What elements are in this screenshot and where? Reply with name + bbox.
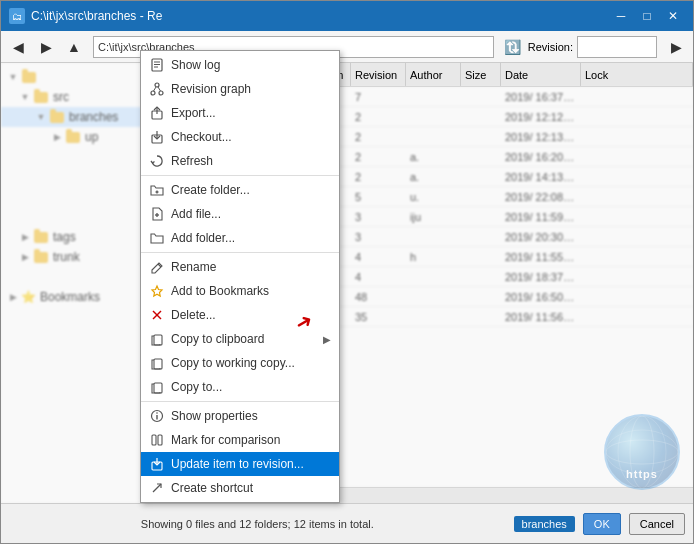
back-button[interactable]: ◀ bbox=[5, 35, 31, 59]
col-date[interactable]: Date bbox=[501, 63, 581, 86]
add-file-label: Add file... bbox=[171, 207, 331, 221]
svg-rect-21 bbox=[154, 335, 162, 345]
tree-label-src: src bbox=[53, 90, 69, 104]
revision-input[interactable] bbox=[577, 36, 657, 58]
mark-comparison-label: Mark for comparison bbox=[171, 433, 331, 447]
tree-label-tags: tags bbox=[53, 230, 76, 244]
rename-label: Rename bbox=[171, 260, 331, 274]
show-properties-icon bbox=[149, 408, 165, 424]
add-bookmarks-icon bbox=[149, 283, 165, 299]
main-content: ▼ ▼ src ▼ branches ▶ up ▶ bbox=[1, 63, 693, 503]
menu-item-update-revision[interactable]: Update item to revision... bbox=[141, 452, 339, 476]
up-expander[interactable]: ▶ bbox=[49, 129, 65, 145]
menu-item-checkout[interactable]: Checkout... bbox=[141, 125, 339, 149]
delete-icon bbox=[149, 307, 165, 323]
src-expander[interactable]: ▼ bbox=[17, 89, 33, 105]
menu-item-export[interactable]: Export... bbox=[141, 101, 339, 125]
export-icon bbox=[149, 105, 165, 121]
svg-point-5 bbox=[151, 91, 155, 95]
col-size[interactable]: Size bbox=[461, 63, 501, 86]
app-icon: 🗂 bbox=[9, 8, 25, 24]
bookmarks-icon: ⭐ bbox=[21, 290, 36, 304]
menu-item-copy-clipboard[interactable]: Copy to clipboard ▶ bbox=[141, 327, 339, 351]
menu-item-add-folder[interactable]: Add folder... bbox=[141, 226, 339, 250]
src-folder-icon bbox=[33, 90, 49, 104]
menu-item-add-file[interactable]: Add file... bbox=[141, 202, 339, 226]
refresh-button[interactable]: 🔃 bbox=[500, 35, 526, 59]
show-log-icon bbox=[149, 57, 165, 73]
up-folder-icon bbox=[65, 130, 81, 144]
forward-button[interactable]: ▶ bbox=[33, 35, 59, 59]
create-folder-label: Create folder... bbox=[171, 183, 331, 197]
mark-comparison-icon bbox=[149, 432, 165, 448]
up-button[interactable]: ▲ bbox=[61, 35, 87, 59]
checkout-label: Checkout... bbox=[171, 130, 331, 144]
menu-item-create-shortcut[interactable]: Create shortcut bbox=[141, 476, 339, 500]
copy-working-icon bbox=[149, 355, 165, 371]
tree-label-bookmarks: Bookmarks bbox=[40, 290, 100, 304]
toolbar: ◀ ▶ ▲ 🔃 Revision: ▶ bbox=[1, 31, 693, 63]
svg-point-4 bbox=[155, 83, 159, 87]
minimize-button[interactable]: ─ bbox=[609, 6, 633, 26]
ok-button[interactable]: OK bbox=[583, 513, 621, 535]
menu-item-copy-working[interactable]: Copy to working copy... bbox=[141, 351, 339, 375]
copy-clipboard-arrow: ▶ bbox=[323, 334, 331, 345]
copy-working-label: Copy to working copy... bbox=[171, 356, 331, 370]
bookmarks-expander[interactable]: ▶ bbox=[5, 289, 21, 305]
tree-label-up: up bbox=[85, 130, 98, 144]
col-author[interactable]: Author bbox=[406, 63, 461, 86]
maximize-button[interactable]: □ bbox=[635, 6, 659, 26]
create-shortcut-label: Create shortcut bbox=[171, 481, 331, 495]
checkout-icon bbox=[149, 129, 165, 145]
branches-expander[interactable]: ▼ bbox=[33, 109, 49, 125]
svg-rect-22 bbox=[154, 359, 162, 369]
menu-item-create-folder[interactable]: Create folder... bbox=[141, 178, 339, 202]
refresh-icon bbox=[149, 153, 165, 169]
menu-item-mark-comparison[interactable]: Mark for comparison bbox=[141, 428, 339, 452]
update-revision-label: Update item to revision... bbox=[171, 457, 331, 471]
root-folder-icon bbox=[21, 70, 37, 84]
add-folder-label: Add folder... bbox=[171, 231, 331, 245]
col-revision[interactable]: Revision bbox=[351, 63, 406, 86]
trunk-folder-icon bbox=[33, 250, 49, 264]
title-bar-controls: ─ □ ✕ bbox=[609, 6, 685, 26]
copy-to-label: Copy to... bbox=[171, 380, 331, 394]
menu-item-delete[interactable]: Delete... bbox=[141, 303, 339, 327]
title-bar: 🗂 C:\it\jx\src\branches - Re ─ □ ✕ bbox=[1, 1, 693, 31]
title-bar-left: 🗂 C:\it\jx\src\branches - Re bbox=[9, 8, 162, 24]
root-expander[interactable]: ▼ bbox=[5, 69, 21, 85]
svg-point-6 bbox=[159, 91, 163, 95]
separator-2 bbox=[141, 252, 339, 253]
separator-1 bbox=[141, 175, 339, 176]
tags-expander[interactable]: ▶ bbox=[17, 229, 33, 245]
menu-item-revision-graph[interactable]: Revision graph bbox=[141, 77, 339, 101]
context-menu: Show log Revision graph Export... Checko… bbox=[140, 50, 340, 503]
close-button[interactable]: ✕ bbox=[661, 6, 685, 26]
menu-item-add-bookmarks[interactable]: Add to Bookmarks bbox=[141, 279, 339, 303]
main-window: 🗂 C:\it\jx\src\branches - Re ─ □ ✕ ◀ ▶ ▲… bbox=[0, 0, 694, 544]
menu-item-copy-to[interactable]: Copy to... bbox=[141, 375, 339, 399]
revision-label: Revision: bbox=[528, 41, 573, 53]
svg-line-8 bbox=[158, 87, 161, 91]
trunk-expander[interactable]: ▶ bbox=[17, 249, 33, 265]
refresh-label: Refresh bbox=[171, 154, 331, 168]
add-bookmarks-label: Add to Bookmarks bbox=[171, 284, 331, 298]
tags-folder-icon bbox=[33, 230, 49, 244]
create-folder-icon bbox=[149, 182, 165, 198]
svg-rect-23 bbox=[154, 383, 162, 393]
delete-label: Delete... bbox=[171, 308, 331, 322]
svg-line-7 bbox=[154, 87, 157, 91]
separator-3 bbox=[141, 401, 339, 402]
tree-label-trunk: trunk bbox=[53, 250, 80, 264]
revision-go-button[interactable]: ▶ bbox=[663, 35, 689, 59]
menu-item-show-properties[interactable]: Show properties bbox=[141, 404, 339, 428]
status-text: Showing 0 files and 12 folders; 12 items… bbox=[9, 518, 506, 530]
svg-point-26 bbox=[156, 412, 158, 414]
cancel-button[interactable]: Cancel bbox=[629, 513, 685, 535]
col-lock[interactable]: Lock bbox=[581, 63, 693, 86]
menu-item-rename[interactable]: Rename bbox=[141, 255, 339, 279]
menu-item-show-log[interactable]: Show log bbox=[141, 53, 339, 77]
menu-item-refresh[interactable]: Refresh bbox=[141, 149, 339, 173]
revision-graph-label: Revision graph bbox=[171, 82, 331, 96]
copy-to-icon bbox=[149, 379, 165, 395]
